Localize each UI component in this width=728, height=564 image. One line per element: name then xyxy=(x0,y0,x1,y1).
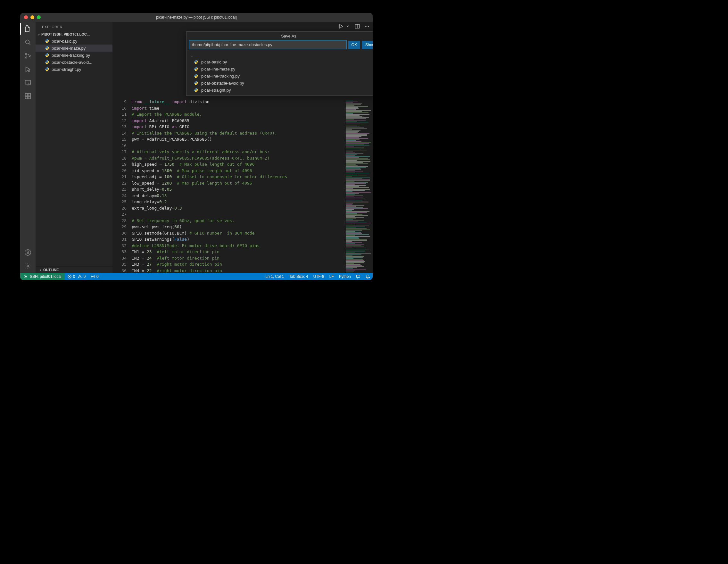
editor-area: Save As OK Show Local .. picar-basic.pyp… xyxy=(112,22,373,273)
code-line: # Initialise the PCA9685 using the defau… xyxy=(132,130,341,137)
svg-rect-8 xyxy=(25,96,28,99)
accounts-icon[interactable] xyxy=(24,249,32,256)
code-line: extra_long_delay=0.3 xyxy=(132,205,341,211)
svg-point-6 xyxy=(29,83,31,85)
file-list: picar-basic.pypicar-line-maze.pypicar-li… xyxy=(36,37,112,73)
code-line: import RPi.GPIO as GPIO xyxy=(132,124,341,130)
folder-section-header[interactable]: ⌄ PIBOT [SSH: PIBOT01.LOC... xyxy=(36,31,112,37)
python-file-icon xyxy=(194,66,199,71)
explorer-sidebar: EXPLORER ⌄ PIBOT [SSH: PIBOT01.LOC... pi… xyxy=(36,22,112,273)
chevron-right-icon: › xyxy=(39,268,42,272)
cursor-position[interactable]: Ln 1, Col 1 xyxy=(263,274,286,279)
minimap[interactable] xyxy=(344,99,373,273)
code-line: # Alternatively specify a different addr… xyxy=(132,149,341,155)
outline-section-header[interactable]: › OUTLINE xyxy=(36,266,112,273)
code-line: IN1 = 23 #left motor direction pin xyxy=(132,249,341,255)
file-name-label: picar-basic.py xyxy=(52,39,77,44)
titlebar: picar-line-maze.py — pibot [SSH: pibot01… xyxy=(20,13,373,22)
chevron-down-icon: ⌄ xyxy=(37,32,40,36)
file-item[interactable]: picar-obstacle-avoid... xyxy=(36,59,112,66)
eol[interactable]: LF xyxy=(327,274,336,279)
settings-gear-icon[interactable] xyxy=(24,262,32,270)
file-item[interactable]: picar-line-tracking.py xyxy=(36,52,112,59)
file-item[interactable]: picar-line-maze.py xyxy=(36,45,112,52)
minimize-window-button[interactable] xyxy=(30,15,34,19)
run-button-icon[interactable] xyxy=(339,24,344,29)
more-actions-icon[interactable] xyxy=(364,24,369,29)
svg-point-1 xyxy=(25,53,27,55)
code-line: mid_speed = 1500 # Max pulse length out … xyxy=(132,168,341,174)
svg-rect-9 xyxy=(28,96,30,99)
save-as-path-input[interactable] xyxy=(189,40,346,49)
encoding[interactable]: UTF-8 xyxy=(311,274,327,279)
code-line: lspeed_adj = 100 # Offset to compensate … xyxy=(132,174,341,180)
save-as-ok-button[interactable]: OK xyxy=(348,41,360,49)
save-as-file-name: picar-straight.py xyxy=(201,88,231,93)
code-line: import Adafruit_PCA9685 xyxy=(132,118,341,124)
save-as-file-item[interactable]: picar-obstacle-avoid.py xyxy=(186,79,373,87)
code-line: pwm = Adafruit_PCA9685.PCA9685() xyxy=(132,136,341,143)
source-control-icon[interactable] xyxy=(24,52,32,60)
run-debug-icon[interactable] xyxy=(24,65,32,73)
python-file-icon xyxy=(45,46,50,51)
save-as-file-item[interactable]: picar-line-tracking.py xyxy=(186,72,373,79)
code-line: #pwm = Adafruit_PCA9685.PCA9685(address=… xyxy=(132,155,341,162)
remote-ssh-status[interactable]: SSH: pibot01.local xyxy=(20,273,65,280)
code-line: # Import the PCA9685 module. xyxy=(132,111,341,118)
language-mode[interactable]: Python xyxy=(336,274,353,279)
warning-icon xyxy=(78,274,82,279)
code-line: import time xyxy=(132,105,341,112)
ports-status[interactable]: 0 xyxy=(88,274,101,279)
svg-point-4 xyxy=(28,70,30,72)
code-line xyxy=(132,211,341,218)
close-window-button[interactable] xyxy=(24,15,28,19)
file-name-label: picar-line-tracking.py xyxy=(52,53,90,58)
save-as-file-list: .. picar-basic.pypicar-line-maze.pypicar… xyxy=(186,51,373,95)
file-name-label: picar-straight.py xyxy=(52,67,81,72)
extensions-icon[interactable] xyxy=(24,92,32,100)
run-dropdown-icon[interactable] xyxy=(345,24,350,29)
save-as-file-name: picar-basic.py xyxy=(201,60,227,64)
notifications-icon[interactable] xyxy=(363,274,373,279)
vscode-window: picar-line-maze.py — pibot [SSH: pibot01… xyxy=(20,13,373,280)
activity-bar xyxy=(20,22,36,273)
svg-point-16 xyxy=(367,26,368,27)
tab-size[interactable]: Tab Size: 4 xyxy=(286,274,310,279)
code-line: # Set frequency to 60hz, good for servos… xyxy=(132,218,341,224)
svg-point-2 xyxy=(25,57,27,58)
svg-point-17 xyxy=(368,26,369,27)
file-item[interactable]: picar-straight.py xyxy=(36,66,112,73)
problems-status[interactable]: 0 0 xyxy=(65,274,88,279)
code-line: IN4 = 22 #right motor direction pin xyxy=(132,268,341,273)
explorer-icon[interactable] xyxy=(24,25,32,33)
code-line: IN2 = 24 #left motor direction pin xyxy=(132,255,341,261)
save-as-file-item[interactable]: picar-line-maze.py xyxy=(186,65,373,72)
save-as-dialog: Save As OK Show Local .. picar-basic.pyp… xyxy=(186,31,373,96)
code-line: IN3 = 27 #right motor direction pin xyxy=(132,261,341,268)
save-as-file-item[interactable]: picar-basic.py xyxy=(186,58,373,65)
save-as-show-local-button[interactable]: Show Local xyxy=(362,41,373,49)
feedback-icon[interactable] xyxy=(353,274,363,279)
save-as-parent-dir[interactable]: .. xyxy=(186,52,373,58)
folder-name: PIBOT [SSH: PIBOT01.LOC... xyxy=(41,32,90,36)
remote-explorer-icon[interactable] xyxy=(24,79,32,87)
split-editor-icon[interactable] xyxy=(355,24,360,29)
file-item[interactable]: picar-basic.py xyxy=(36,37,112,45)
python-file-icon xyxy=(194,80,199,86)
antenna-icon xyxy=(91,274,95,279)
code-line xyxy=(132,143,341,149)
window-controls xyxy=(20,15,41,19)
code-content[interactable]: from __future__ import divisionimport ti… xyxy=(132,99,344,273)
python-file-icon xyxy=(45,53,50,58)
error-icon xyxy=(67,274,72,279)
code-line: GPIO.setwarnings(False) xyxy=(132,236,341,243)
svg-point-12 xyxy=(27,251,29,253)
remote-icon xyxy=(23,274,28,279)
svg-rect-7 xyxy=(25,94,28,96)
svg-point-0 xyxy=(26,40,29,44)
search-icon[interactable] xyxy=(24,38,32,46)
maximize-window-button[interactable] xyxy=(37,15,41,19)
save-as-file-item[interactable]: picar-straight.py xyxy=(186,87,373,94)
code-line: GPIO.setmode(GPIO.BCM) # GPIO number in … xyxy=(132,230,341,236)
save-as-file-name: picar-obstacle-avoid.py xyxy=(201,81,244,86)
